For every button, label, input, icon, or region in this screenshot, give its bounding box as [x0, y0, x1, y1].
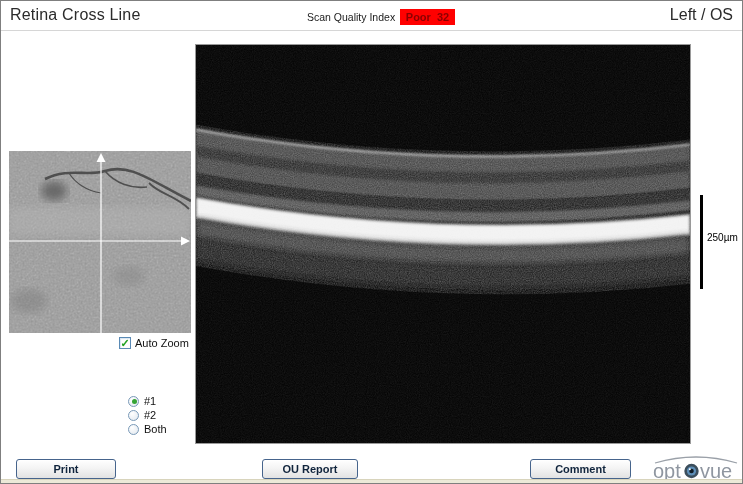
scan-selector-group: #1 #2 Both [128, 394, 167, 436]
fundus-preview-image[interactable] [9, 151, 191, 333]
radio-icon [128, 410, 139, 421]
print-button[interactable]: Print [16, 459, 116, 479]
eye-laterality-label: Left / OS [670, 6, 733, 24]
comment-button[interactable]: Comment [530, 459, 631, 479]
radio-label-both: Both [144, 423, 167, 435]
radio-option-1[interactable]: #1 [128, 394, 167, 408]
scale-bar-label: 250µm [707, 232, 738, 243]
radio-label-2: #2 [144, 409, 156, 421]
auto-zoom-checkbox[interactable]: ✓ Auto Zoom [119, 336, 189, 350]
radio-selected-icon [128, 396, 139, 407]
fundus-svg [9, 151, 191, 333]
auto-zoom-label: Auto Zoom [135, 337, 189, 349]
radio-option-both[interactable]: Both [128, 422, 167, 436]
scan-quality-badge: Poor 32 [400, 9, 455, 25]
bottom-strip [1, 479, 743, 484]
retina-cross-line-window: Retina Cross Line Scan Quality Index Poo… [0, 0, 743, 484]
radio-option-2[interactable]: #2 [128, 408, 167, 422]
eye-icon [684, 464, 698, 478]
oct-svg [196, 45, 690, 443]
checkbox-checked-icon: ✓ [119, 337, 131, 349]
oct-bscan-image [195, 44, 691, 444]
ou-report-button[interactable]: OU Report [262, 459, 358, 479]
radio-icon [128, 424, 139, 435]
scale-bar [700, 195, 703, 289]
radio-label-1: #1 [144, 395, 156, 407]
page-title: Retina Cross Line [10, 6, 141, 24]
scan-quality-index-label: Scan Quality Index [307, 11, 395, 23]
header-separator [1, 30, 743, 31]
